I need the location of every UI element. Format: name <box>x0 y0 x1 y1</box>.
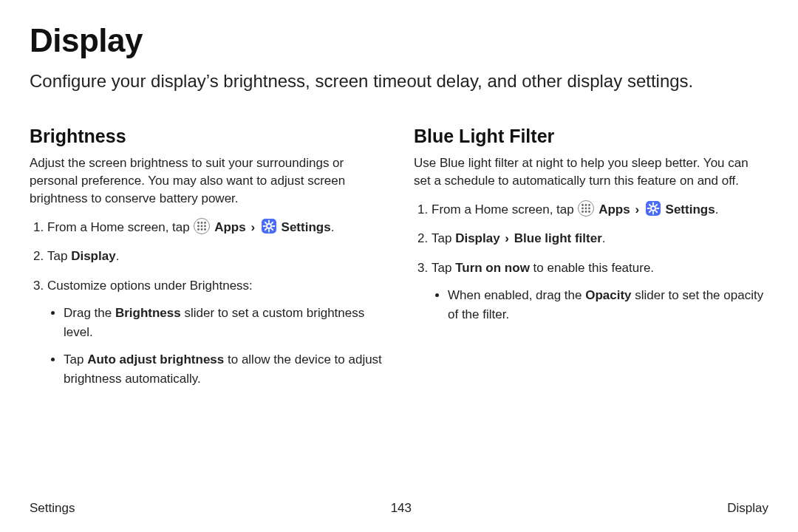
step-text: Tap <box>47 249 71 263</box>
display-label: Display <box>71 249 115 263</box>
step-text: From a Home screen, tap <box>432 202 577 216</box>
step-text: Tap <box>432 231 455 245</box>
bluelight-step-3: Tap Turn on now to enable this feature. … <box>432 259 768 324</box>
two-column-layout: Brightness Adjust the screen brightness … <box>30 126 768 398</box>
chevron-right-icon: › <box>633 202 641 216</box>
bluelight-heading: Blue Light Filter <box>414 126 768 147</box>
step-text: Customize options under Brightness: <box>47 279 253 293</box>
period: . <box>715 202 719 216</box>
brightness-heading: Brightness <box>30 126 384 147</box>
chevron-right-icon: › <box>503 231 511 245</box>
brightness-bullet-2: Tap Auto adjust brightness to allow the … <box>64 350 384 388</box>
apps-label: Apps <box>214 220 246 234</box>
settings-label: Settings <box>282 220 331 234</box>
page-footer: Settings 143 Display <box>30 501 768 516</box>
brightness-step-1: From a Home screen, tap Apps › Settings. <box>47 218 384 237</box>
footer-left: Settings <box>30 501 75 516</box>
brightness-bullet-1: Drag the Brightness slider to set a cust… <box>64 304 384 341</box>
step-text: From a Home screen, tap <box>47 220 193 234</box>
brightness-step-2: Tap Display. <box>47 247 384 266</box>
bluelight-section: Blue Light Filter Use Blue light filter … <box>414 126 768 398</box>
brightness-bullets: Drag the Brightness slider to set a cust… <box>47 304 384 388</box>
display-label: Display <box>455 231 499 245</box>
brightness-steps: From a Home screen, tap Apps › Settings.… <box>30 218 384 389</box>
auto-adjust-label: Auto adjust brightness <box>87 352 224 366</box>
bluelight-step-2: Tap Display › Blue light filter. <box>432 229 768 248</box>
bullet-text: When enabled, drag the <box>448 288 585 302</box>
bluelight-desc: Use Blue light filter at night to help y… <box>414 154 768 190</box>
brightness-word: Brightness <box>115 306 181 320</box>
blue-light-filter-label: Blue light filter <box>514 231 602 245</box>
footer-page-number: 143 <box>391 501 412 516</box>
opacity-label: Opacity <box>585 288 631 302</box>
bluelight-step-1: From a Home screen, tap Apps › Settings. <box>432 200 768 219</box>
apps-icon <box>194 218 210 234</box>
page-intro: Configure your display’s brightness, scr… <box>30 69 768 93</box>
period: . <box>602 231 606 245</box>
settings-icon <box>645 200 661 216</box>
bullet-text: Tap <box>64 352 87 366</box>
apps-label: Apps <box>598 202 630 216</box>
turn-on-now-label: Turn on now <box>455 261 530 275</box>
brightness-desc: Adjust the screen brightness to suit you… <box>30 154 384 207</box>
bluelight-bullets: When enabled, drag the Opacity slider to… <box>432 286 768 324</box>
step-text: Tap <box>432 261 455 275</box>
chevron-right-icon: › <box>249 220 256 234</box>
period: . <box>116 249 120 263</box>
bullet-text: Drag the <box>64 306 115 320</box>
settings-label: Settings <box>666 202 715 216</box>
page-title: Display <box>30 22 768 59</box>
period: . <box>331 220 335 234</box>
bluelight-bullet-1: When enabled, drag the Opacity slider to… <box>448 286 768 324</box>
step-text: to enable this feature. <box>530 261 654 275</box>
footer-right: Display <box>727 501 768 516</box>
bluelight-steps: From a Home screen, tap Apps › Settings.… <box>414 200 768 324</box>
brightness-step-3: Customize options under Brightness: Drag… <box>47 276 384 389</box>
settings-icon <box>261 218 277 234</box>
brightness-section: Brightness Adjust the screen brightness … <box>30 126 384 398</box>
apps-icon <box>578 200 594 216</box>
